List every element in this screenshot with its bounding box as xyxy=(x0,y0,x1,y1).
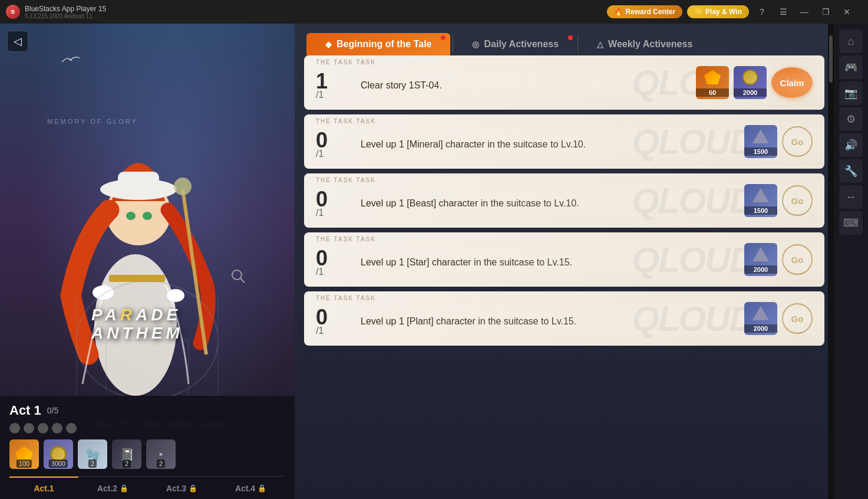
bird-decoration xyxy=(59,53,82,73)
act-dot-4 xyxy=(52,423,62,434)
quest-rewards-4: 2000 Go xyxy=(744,243,813,276)
triangle-quest2 xyxy=(753,129,769,143)
reward-amber: 100 xyxy=(9,439,39,469)
quest-rewards-3: 1500 Go xyxy=(744,184,813,217)
quest-reward-amber-count-1: 60 xyxy=(696,88,729,97)
quest-item-5: QLOUD THE TASK TASK 0 /1 Level up 1 [Pla… xyxy=(304,291,824,346)
back-button[interactable]: ◁ xyxy=(7,31,28,52)
fire-icon: 🔥 xyxy=(614,8,623,16)
quest-item-1: QLOUD THE TASK TASK 1 /1 Clear story 1ST… xyxy=(304,55,824,110)
quest-rewards-2: 1500 Go xyxy=(744,125,813,158)
quest-desc-2: Level up 1 [Mineral] character in the su… xyxy=(361,132,735,151)
maximize-button[interactable]: ❐ xyxy=(817,4,834,20)
svg-point-9 xyxy=(143,212,152,220)
menu-button[interactable]: ☰ xyxy=(775,4,791,20)
quest-desc-3: Level up 1 [Beast] character in the suit… xyxy=(361,191,735,210)
quest-desc-5: Level up 1 [Plant] character in the suit… xyxy=(361,309,735,328)
quest-total-5: /1 xyxy=(316,326,324,336)
close-button[interactable]: ✕ xyxy=(839,4,855,20)
sidebar-icon-tool[interactable]: 🔧 xyxy=(839,159,863,183)
quest-counter-5: 0 /1 xyxy=(316,301,351,336)
quest-rewards-1: 60 2000 Claim xyxy=(696,66,813,99)
reward-center-button[interactable]: 🔥 Reward Center xyxy=(607,5,682,18)
tab-daily-label: Daily Activeness xyxy=(484,39,559,50)
tab-beginning-notification xyxy=(441,35,445,40)
act-tab-3[interactable]: Act.3 🔒 xyxy=(147,477,216,499)
coin-quest1 xyxy=(742,70,758,85)
sidebar-icon-home[interactable]: ⌂ xyxy=(839,29,863,53)
tab-weekly-icon: △ xyxy=(597,40,603,49)
triangle-quest4 xyxy=(753,247,769,261)
right-sidebar: ⌂ 🎮 📷 ⚙ 🔊 🔧 ↔ ⌨ xyxy=(834,24,868,499)
task-label-1: THE TASK TASK xyxy=(316,59,376,65)
sidebar-icon-settings[interactable]: ⚙ xyxy=(839,107,863,131)
quest-total-3: /1 xyxy=(316,208,324,218)
act-tab-1[interactable]: Act.1 xyxy=(9,477,78,499)
quest-reward-tri-count-2: 1500 xyxy=(744,147,777,156)
svg-line-16 xyxy=(240,278,245,283)
tab-separator-1 xyxy=(453,35,453,53)
quest-reward-tri-4: 2000 xyxy=(744,243,777,276)
tab-daily[interactable]: ◎ Daily Activeness xyxy=(456,33,575,55)
glove-count: 2 xyxy=(88,459,97,468)
header-buttons: 🔥 Reward Center 🪙 Play & Win ? ☰ — ❐ ✕ xyxy=(607,4,855,20)
play-win-button[interactable]: 🪙 Play & Win xyxy=(687,5,749,18)
go-button-5[interactable]: Go xyxy=(782,303,813,334)
quest-total-4: /1 xyxy=(316,267,324,277)
reward-coin: 3000 xyxy=(44,439,73,469)
scrollbar[interactable] xyxy=(828,24,834,499)
amber-gem-quest1 xyxy=(704,70,721,84)
act-progress: 0/5 xyxy=(47,406,58,415)
scroll-thumb[interactable] xyxy=(829,35,833,83)
tab-weekly-label: Weekly Activeness xyxy=(608,39,692,50)
quest-desc-4: Level up 1 [Star] character in the suitc… xyxy=(361,250,735,269)
tab-beginning-icon: ◆ xyxy=(325,40,332,49)
quest-item-4: QLOUD THE TASK TASK 0 /1 Level up 1 [Sta… xyxy=(304,232,824,287)
book-icon: 📓 2 xyxy=(112,439,141,469)
act-tab-2[interactable]: Act.2 🔒 xyxy=(78,477,147,499)
tab-weekly[interactable]: △ Weekly Activeness xyxy=(580,33,709,55)
back-icon: ◁ xyxy=(14,35,22,48)
task-label-3: THE TASK TASK xyxy=(316,177,376,183)
quest-counter-1: 1 /1 xyxy=(316,65,351,100)
task-label-2: THE TASK TASK xyxy=(316,118,376,124)
sidebar-icon-volume[interactable]: 🔊 xyxy=(839,133,863,157)
act-tab-4[interactable]: Act.4 🔒 xyxy=(216,477,285,499)
tab-beginning[interactable]: ◆ Beginning of the Tale xyxy=(306,33,450,55)
quest-current-4: 0 xyxy=(316,248,328,269)
titlebar: B BlueStacks App Player 15 5.13.215.1003… xyxy=(0,0,868,24)
sidebar-icon-keyboard[interactable]: ⌨ xyxy=(839,211,863,235)
svg-point-5 xyxy=(174,178,192,195)
act-dot-5 xyxy=(66,423,77,434)
quest-reward-tri-count-5: 2000 xyxy=(744,324,777,333)
triangle-quest5 xyxy=(753,306,769,320)
sidebar-icon-gamepad[interactable]: 🎮 xyxy=(839,55,863,79)
act-tab-2-label: Act.2 xyxy=(97,484,117,493)
act-dot-2 xyxy=(24,423,34,434)
item5-count: 2 xyxy=(157,459,165,468)
quest-total-2: /1 xyxy=(316,149,324,159)
act-header: Act 1 0/5 xyxy=(9,403,285,418)
quest-reward-tri-3: 1500 xyxy=(744,184,777,217)
magnifier-icon[interactable] xyxy=(230,268,246,287)
glove-icon: 🧤 2 xyxy=(78,439,107,469)
reward-glove: 🧤 2 xyxy=(78,439,107,469)
main-area: MEMORY OF GLORY xyxy=(0,24,834,499)
go-button-4[interactable]: Go xyxy=(782,244,813,275)
sidebar-icon-camera[interactable]: 📷 xyxy=(839,81,863,105)
go-button-3[interactable]: Go xyxy=(782,185,813,216)
claim-button-1[interactable]: Claim xyxy=(771,67,813,98)
quest-current-1: 1 xyxy=(316,71,328,92)
act-title: Act 1 xyxy=(9,403,41,418)
help-button[interactable]: ? xyxy=(754,4,770,20)
tab-separator-2 xyxy=(577,35,578,53)
quest-total-1: /1 xyxy=(316,90,324,100)
act-dots xyxy=(9,423,285,434)
go-button-2[interactable]: Go xyxy=(782,126,813,157)
amber-icon: 100 xyxy=(9,439,39,469)
minimize-button[interactable]: — xyxy=(796,4,813,20)
quest-current-2: 0 xyxy=(316,130,328,151)
quest-reward-tri-2: 1500 xyxy=(744,125,777,158)
act-rewards-row: 100 3000 🧤 2 xyxy=(9,439,285,469)
sidebar-icon-resize[interactable]: ↔ xyxy=(839,185,863,209)
